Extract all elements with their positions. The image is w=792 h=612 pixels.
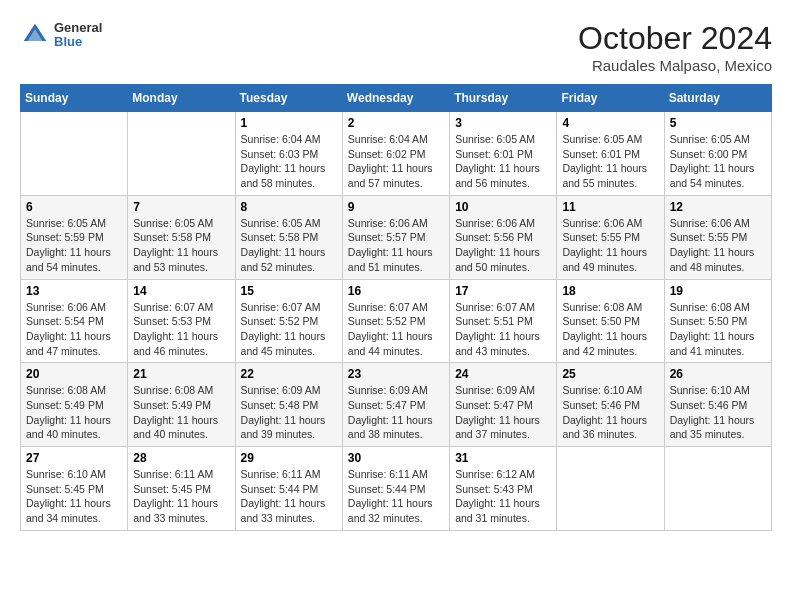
day-info: Sunrise: 6:08 AMSunset: 5:49 PMDaylight:… bbox=[133, 384, 218, 440]
day-info: Sunrise: 6:08 AMSunset: 5:50 PMDaylight:… bbox=[562, 301, 647, 357]
logo: General Blue bbox=[20, 20, 102, 50]
logo-general-text: General bbox=[54, 21, 102, 35]
day-number: 23 bbox=[348, 367, 444, 381]
day-number: 19 bbox=[670, 284, 766, 298]
calendar-day-cell: 8Sunrise: 6:05 AMSunset: 5:58 PMDaylight… bbox=[235, 195, 342, 279]
day-number: 2 bbox=[348, 116, 444, 130]
day-info: Sunrise: 6:05 AMSunset: 5:58 PMDaylight:… bbox=[133, 217, 218, 273]
location-title: Raudales Malpaso, Mexico bbox=[578, 57, 772, 74]
day-info: Sunrise: 6:12 AMSunset: 5:43 PMDaylight:… bbox=[455, 468, 540, 524]
calendar-day-cell: 5Sunrise: 6:05 AMSunset: 6:00 PMDaylight… bbox=[664, 112, 771, 196]
day-info: Sunrise: 6:07 AMSunset: 5:52 PMDaylight:… bbox=[241, 301, 326, 357]
day-number: 11 bbox=[562, 200, 658, 214]
day-info: Sunrise: 6:05 AMSunset: 5:58 PMDaylight:… bbox=[241, 217, 326, 273]
logo-icon bbox=[20, 20, 50, 50]
day-number: 6 bbox=[26, 200, 122, 214]
day-number: 8 bbox=[241, 200, 337, 214]
calendar-table: SundayMondayTuesdayWednesdayThursdayFrid… bbox=[20, 84, 772, 531]
day-number: 5 bbox=[670, 116, 766, 130]
calendar-day-cell bbox=[664, 447, 771, 531]
day-number: 7 bbox=[133, 200, 229, 214]
calendar-day-cell: 7Sunrise: 6:05 AMSunset: 5:58 PMDaylight… bbox=[128, 195, 235, 279]
day-info: Sunrise: 6:05 AMSunset: 6:01 PMDaylight:… bbox=[562, 133, 647, 189]
day-number: 28 bbox=[133, 451, 229, 465]
calendar-day-cell: 30Sunrise: 6:11 AMSunset: 5:44 PMDayligh… bbox=[342, 447, 449, 531]
day-number: 18 bbox=[562, 284, 658, 298]
calendar-day-cell: 11Sunrise: 6:06 AMSunset: 5:55 PMDayligh… bbox=[557, 195, 664, 279]
calendar-day-cell: 4Sunrise: 6:05 AMSunset: 6:01 PMDaylight… bbox=[557, 112, 664, 196]
day-number: 26 bbox=[670, 367, 766, 381]
day-info: Sunrise: 6:09 AMSunset: 5:47 PMDaylight:… bbox=[348, 384, 433, 440]
calendar-day-cell: 6Sunrise: 6:05 AMSunset: 5:59 PMDaylight… bbox=[21, 195, 128, 279]
month-title: October 2024 bbox=[578, 20, 772, 57]
day-info: Sunrise: 6:09 AMSunset: 5:48 PMDaylight:… bbox=[241, 384, 326, 440]
day-number: 24 bbox=[455, 367, 551, 381]
day-number: 22 bbox=[241, 367, 337, 381]
calendar-day-cell: 16Sunrise: 6:07 AMSunset: 5:52 PMDayligh… bbox=[342, 279, 449, 363]
day-number: 13 bbox=[26, 284, 122, 298]
page-header: General Blue October 2024 Raudales Malpa… bbox=[20, 20, 772, 74]
calendar-day-cell: 9Sunrise: 6:06 AMSunset: 5:57 PMDaylight… bbox=[342, 195, 449, 279]
calendar-day-cell: 25Sunrise: 6:10 AMSunset: 5:46 PMDayligh… bbox=[557, 363, 664, 447]
calendar-day-cell: 21Sunrise: 6:08 AMSunset: 5:49 PMDayligh… bbox=[128, 363, 235, 447]
calendar-day-cell: 3Sunrise: 6:05 AMSunset: 6:01 PMDaylight… bbox=[450, 112, 557, 196]
day-number: 15 bbox=[241, 284, 337, 298]
weekday-header: Sunday bbox=[21, 85, 128, 112]
calendar-day-cell: 28Sunrise: 6:11 AMSunset: 5:45 PMDayligh… bbox=[128, 447, 235, 531]
calendar-day-cell: 22Sunrise: 6:09 AMSunset: 5:48 PMDayligh… bbox=[235, 363, 342, 447]
day-info: Sunrise: 6:11 AMSunset: 5:44 PMDaylight:… bbox=[241, 468, 326, 524]
day-info: Sunrise: 6:06 AMSunset: 5:55 PMDaylight:… bbox=[562, 217, 647, 273]
logo-text: General Blue bbox=[54, 21, 102, 50]
day-number: 31 bbox=[455, 451, 551, 465]
calendar-day-cell: 10Sunrise: 6:06 AMSunset: 5:56 PMDayligh… bbox=[450, 195, 557, 279]
calendar-day-cell: 29Sunrise: 6:11 AMSunset: 5:44 PMDayligh… bbox=[235, 447, 342, 531]
calendar-day-cell: 26Sunrise: 6:10 AMSunset: 5:46 PMDayligh… bbox=[664, 363, 771, 447]
calendar-week-row: 6Sunrise: 6:05 AMSunset: 5:59 PMDaylight… bbox=[21, 195, 772, 279]
calendar-day-cell: 15Sunrise: 6:07 AMSunset: 5:52 PMDayligh… bbox=[235, 279, 342, 363]
day-number: 1 bbox=[241, 116, 337, 130]
day-number: 29 bbox=[241, 451, 337, 465]
day-info: Sunrise: 6:11 AMSunset: 5:44 PMDaylight:… bbox=[348, 468, 433, 524]
day-number: 3 bbox=[455, 116, 551, 130]
calendar-day-cell: 27Sunrise: 6:10 AMSunset: 5:45 PMDayligh… bbox=[21, 447, 128, 531]
day-info: Sunrise: 6:04 AMSunset: 6:03 PMDaylight:… bbox=[241, 133, 326, 189]
calendar-day-cell: 23Sunrise: 6:09 AMSunset: 5:47 PMDayligh… bbox=[342, 363, 449, 447]
day-info: Sunrise: 6:06 AMSunset: 5:54 PMDaylight:… bbox=[26, 301, 111, 357]
day-number: 9 bbox=[348, 200, 444, 214]
calendar-day-cell: 12Sunrise: 6:06 AMSunset: 5:55 PMDayligh… bbox=[664, 195, 771, 279]
calendar-week-row: 1Sunrise: 6:04 AMSunset: 6:03 PMDaylight… bbox=[21, 112, 772, 196]
day-info: Sunrise: 6:05 AMSunset: 6:00 PMDaylight:… bbox=[670, 133, 755, 189]
day-info: Sunrise: 6:06 AMSunset: 5:55 PMDaylight:… bbox=[670, 217, 755, 273]
weekday-header: Monday bbox=[128, 85, 235, 112]
day-info: Sunrise: 6:06 AMSunset: 5:57 PMDaylight:… bbox=[348, 217, 433, 273]
day-number: 21 bbox=[133, 367, 229, 381]
weekday-header: Saturday bbox=[664, 85, 771, 112]
weekday-header: Friday bbox=[557, 85, 664, 112]
calendar-day-cell: 1Sunrise: 6:04 AMSunset: 6:03 PMDaylight… bbox=[235, 112, 342, 196]
calendar-day-cell: 18Sunrise: 6:08 AMSunset: 5:50 PMDayligh… bbox=[557, 279, 664, 363]
weekday-header: Thursday bbox=[450, 85, 557, 112]
day-number: 10 bbox=[455, 200, 551, 214]
day-number: 17 bbox=[455, 284, 551, 298]
day-info: Sunrise: 6:05 AMSunset: 6:01 PMDaylight:… bbox=[455, 133, 540, 189]
day-info: Sunrise: 6:07 AMSunset: 5:51 PMDaylight:… bbox=[455, 301, 540, 357]
day-number: 4 bbox=[562, 116, 658, 130]
day-info: Sunrise: 6:08 AMSunset: 5:49 PMDaylight:… bbox=[26, 384, 111, 440]
day-number: 12 bbox=[670, 200, 766, 214]
calendar-day-cell: 20Sunrise: 6:08 AMSunset: 5:49 PMDayligh… bbox=[21, 363, 128, 447]
weekday-header: Wednesday bbox=[342, 85, 449, 112]
day-number: 30 bbox=[348, 451, 444, 465]
day-info: Sunrise: 6:06 AMSunset: 5:56 PMDaylight:… bbox=[455, 217, 540, 273]
calendar-week-row: 20Sunrise: 6:08 AMSunset: 5:49 PMDayligh… bbox=[21, 363, 772, 447]
title-block: October 2024 Raudales Malpaso, Mexico bbox=[578, 20, 772, 74]
calendar-week-row: 27Sunrise: 6:10 AMSunset: 5:45 PMDayligh… bbox=[21, 447, 772, 531]
day-info: Sunrise: 6:10 AMSunset: 5:45 PMDaylight:… bbox=[26, 468, 111, 524]
calendar-header-row: SundayMondayTuesdayWednesdayThursdayFrid… bbox=[21, 85, 772, 112]
day-info: Sunrise: 6:07 AMSunset: 5:53 PMDaylight:… bbox=[133, 301, 218, 357]
day-number: 14 bbox=[133, 284, 229, 298]
logo-blue-text: Blue bbox=[54, 35, 102, 49]
day-info: Sunrise: 6:04 AMSunset: 6:02 PMDaylight:… bbox=[348, 133, 433, 189]
day-number: 25 bbox=[562, 367, 658, 381]
calendar-day-cell: 13Sunrise: 6:06 AMSunset: 5:54 PMDayligh… bbox=[21, 279, 128, 363]
calendar-day-cell: 14Sunrise: 6:07 AMSunset: 5:53 PMDayligh… bbox=[128, 279, 235, 363]
